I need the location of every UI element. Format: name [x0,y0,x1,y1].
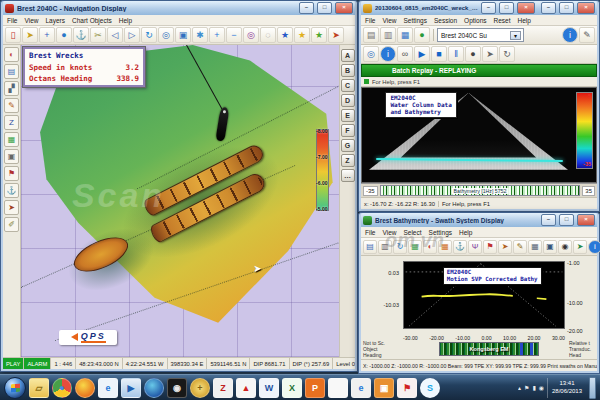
chart-letter-button[interactable]: A [341,49,355,62]
vessel-icon[interactable]: ➤ [4,200,19,215]
maximize-button[interactable]: □ [559,214,574,226]
replay-titlebar[interactable]: 20130604_0815_em2040C_wreck_300 - 000Ls.… [361,1,597,15]
start-button[interactable] [4,377,26,399]
taskbar-clock[interactable]: 13:41 28/06/2013 [547,378,586,398]
anchor-icon[interactable]: ⚓ [73,27,89,43]
word-icon[interactable]: W [259,378,279,398]
bg-close-button[interactable]: × [577,2,595,14]
flag-icon[interactable]: ⚑ [483,240,497,254]
menu-item[interactable]: View [382,17,396,24]
nav-titlebar[interactable]: Brest 2040C - Navigation Display – □ × [3,1,355,15]
record-icon[interactable]: ● [465,46,481,62]
menu-item[interactable]: Help [459,229,472,236]
stop-icon[interactable]: ■ [431,46,447,62]
menu-item[interactable]: Session [434,17,457,24]
new-project-icon[interactable]: ▤ [363,27,379,43]
close-button[interactable]: × [517,2,535,14]
bookmark-yellow-icon[interactable]: ★ [294,27,310,43]
anchor-icon[interactable]: ⚓ [4,183,19,198]
chart-letter-button[interactable]: Z [341,154,355,167]
menu-item[interactable]: Help [517,17,530,24]
menu-item[interactable]: View [24,17,38,24]
close-button[interactable]: × [577,214,595,226]
chart-letter-button[interactable]: G [341,139,355,152]
bg-minimize-button[interactable]: – [541,2,556,14]
info-icon[interactable]: i [562,27,578,43]
maximize-button[interactable]: □ [317,2,332,14]
measure-icon[interactable]: ✂ [90,27,106,43]
chart-letter-button[interactable]: F [341,124,355,137]
eye-icon[interactable]: ◉ [167,378,187,398]
water-column-display[interactable]: EM2040CWater Column Dataand Bathymetry 5… [361,87,597,183]
maximize-button[interactable]: □ [499,2,514,14]
monitor-icon[interactable]: ▣ [543,240,557,254]
orange-app-icon[interactable]: ▣ [374,378,394,398]
route-icon[interactable]: ✎ [4,98,19,113]
menu-item[interactable]: Settings [403,17,427,24]
refresh-icon[interactable]: ↻ [141,27,157,43]
palette-icon[interactable]: ◐ [4,47,19,62]
menu-item[interactable]: Layers [45,17,65,24]
route-icon[interactable]: ➤ [498,240,512,254]
node-next-icon[interactable]: ▷ [124,27,140,43]
camera-icon[interactable]: ◉ [558,240,572,254]
pointer-icon[interactable]: ➤ [573,240,587,254]
colormap-icon[interactable]: ▦ [4,132,19,147]
zoom-out-icon[interactable]: − [226,27,242,43]
bookmark-blue-icon[interactable]: ★ [277,27,293,43]
tray-icon[interactable]: ▮ [532,384,535,391]
save-icon[interactable]: ▤ [363,240,377,254]
open-project-icon[interactable]: ▥ [380,27,396,43]
info-icon[interactable]: i [380,46,396,62]
excel-icon[interactable]: X [282,378,302,398]
menu-item[interactable]: File [365,17,375,24]
profile-icon[interactable]: ▤ [4,64,19,79]
globe-icon[interactable]: ● [56,27,72,43]
pause-icon[interactable]: ‖ [448,46,464,62]
minimize-button[interactable]: – [299,2,314,14]
skype-icon[interactable]: S [420,378,440,398]
close-button[interactable]: × [335,2,353,14]
zoom-z-icon[interactable]: Z [4,115,19,130]
pointer-icon[interactable]: ➤ [482,46,498,62]
logbook-icon[interactable]: ▯ [5,27,21,43]
play-icon[interactable]: ▶ [414,46,430,62]
firefox-icon[interactable] [75,378,95,398]
bg-maximize-button[interactable]: □ [559,2,574,14]
beams-icon[interactable]: Ψ [468,240,482,254]
earth-icon[interactable] [144,378,164,398]
media-icon[interactable]: ▶ [121,378,141,398]
zoom-in-icon[interactable]: + [209,27,225,43]
zoom-reset-icon[interactable]: ◌ [260,27,276,43]
tray-icon[interactable]: ◉ [539,384,544,391]
coin-icon[interactable]: + [190,378,210,398]
points-icon[interactable]: ▞ [4,81,19,96]
zoom-icon[interactable]: ◎ [158,27,174,43]
storage-icon[interactable]: ▦ [397,27,413,43]
menu-item[interactable]: Options [464,17,486,24]
grid-icon[interactable]: ▦ [528,240,542,254]
browser-e-icon[interactable]: e [351,378,371,398]
draw-icon[interactable]: ✐ [4,217,19,232]
ship-icon[interactable]: ➤ [328,27,344,43]
zip-icon[interactable]: Z [213,378,233,398]
online-icon[interactable]: ● [414,27,430,43]
edit-icon[interactable]: ✎ [513,240,527,254]
setup-dropdown[interactable]: Brest 2040C Su ▾ [437,28,524,42]
pin-icon[interactable]: ⚑ [397,378,417,398]
ie-icon[interactable]: e [98,378,118,398]
settings-icon[interactable]: ✱ [192,27,208,43]
menu-item[interactable]: Reset [494,17,511,24]
zoom-icon[interactable]: ◎ [363,46,379,62]
tray-icon[interactable]: ⚑ [524,384,529,391]
chart-map[interactable]: Brest Wrecks Speed in knots 3.2 Octans H… [21,45,339,357]
chevron-down-icon[interactable]: ▾ [510,31,521,40]
image-icon[interactable]: ▣ [4,149,19,164]
flag-icon[interactable]: ⚑ [4,166,19,181]
tools-icon[interactable]: ✎ [579,27,595,43]
info-icon[interactable]: i [588,240,600,254]
powerpoint-icon[interactable]: P [305,378,325,398]
link-icon[interactable]: ∞ [397,46,413,62]
swath-titlebar[interactable]: Brest Bathymetry - Swath System Display … [361,213,597,227]
show-desktop-button[interactable] [589,377,596,399]
